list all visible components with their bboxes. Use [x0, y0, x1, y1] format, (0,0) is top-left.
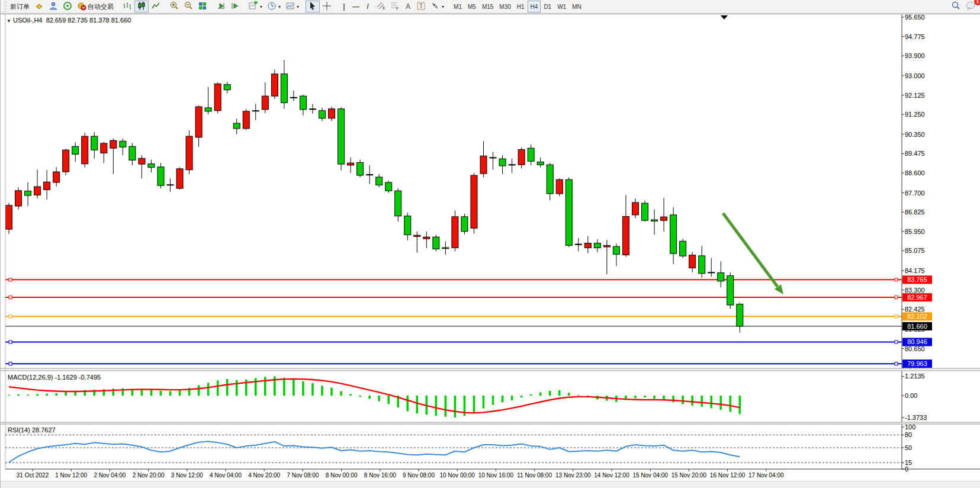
- line-handle[interactable]: [9, 341, 12, 343]
- chart-candles-button[interactable]: [134, 1, 149, 12]
- macd-histogram-bar: [27, 394, 29, 396]
- candle-body: [300, 96, 306, 110]
- candle-body: [452, 217, 458, 248]
- candle-body: [708, 272, 715, 273]
- timeframe-w1-button[interactable]: W1: [554, 1, 569, 12]
- crosshair-icon: [322, 1, 332, 12]
- candle-body: [25, 191, 31, 195]
- vertical-line-icon: |: [343, 2, 345, 11]
- candle-body: [348, 163, 354, 165]
- macd-histogram-bar: [65, 392, 67, 396]
- candle-body: [139, 158, 145, 164]
- candle-body: [34, 187, 41, 195]
- chart-dropdown-icon[interactable]: ▼: [7, 18, 11, 24]
- line-handle[interactable]: [895, 278, 898, 281]
- vertical-line-button[interactable]: |: [338, 1, 350, 12]
- candle-body: [329, 109, 335, 118]
- toolbar-grip[interactable]: [4, 1, 7, 12]
- line-handle[interactable]: [9, 315, 12, 318]
- timeframe-m5-button[interactable]: M5: [465, 1, 479, 12]
- fibonacci-button[interactable]: F: [388, 1, 402, 12]
- text-label-button[interactable]: T: [414, 1, 428, 12]
- timeframe-d1-button[interactable]: D1: [541, 1, 554, 12]
- line-handle[interactable]: [895, 362, 898, 365]
- market-watch-button[interactable]: [32, 1, 46, 12]
- macd-histogram-bar: [691, 396, 693, 406]
- chart-window: 95.65094.77593.90093.00092.12591.25090.3…: [1, 14, 980, 488]
- candle-body: [613, 246, 619, 254]
- tile-windows-button[interactable]: [195, 1, 210, 12]
- candle-body: [167, 185, 173, 185]
- timeframe-h1-button[interactable]: H1: [514, 1, 528, 12]
- timeframe-m1-button[interactable]: M1: [451, 1, 465, 12]
- person-icon: [49, 1, 58, 12]
- cursor-button[interactable]: [306, 1, 320, 12]
- macd-histogram-bar: [701, 396, 703, 407]
- trendline-button[interactable]: /: [362, 1, 374, 12]
- timeframe-h4-button[interactable]: H4: [528, 1, 541, 12]
- horizontal-line-icon: —: [352, 2, 359, 11]
- shapes-button[interactable]: ▾: [428, 1, 446, 12]
- channel-button[interactable]: E: [374, 1, 388, 12]
- horizontal-line-button[interactable]: —: [350, 1, 362, 12]
- periods-button[interactable]: ▾: [265, 1, 283, 12]
- indicators-button[interactable]: ▾: [246, 1, 265, 12]
- text-button[interactable]: A: [402, 1, 414, 12]
- crosshair-button[interactable]: [320, 1, 334, 12]
- macd-histogram-bar: [160, 391, 162, 396]
- macd-histogram-bar: [17, 394, 20, 396]
- macd-histogram-bar: [568, 393, 570, 396]
- date-axis[interactable]: [1, 469, 902, 481]
- timeframe-m15-button[interactable]: M15: [479, 1, 496, 12]
- auto-scroll-button[interactable]: [214, 1, 228, 12]
- candle-body: [727, 275, 734, 305]
- macd-histogram-bar: [264, 377, 266, 396]
- price-axis[interactable]: [902, 14, 980, 470]
- panel-separator[interactable]: [1, 368, 980, 371]
- toolbar-separator: [165, 1, 165, 12]
- macd-histogram-bar: [710, 396, 712, 408]
- macd-histogram-bar: [387, 396, 390, 404]
- new-order-label: 新订单: [10, 2, 30, 11]
- macd-histogram-bar: [406, 396, 409, 411]
- line-handle[interactable]: [9, 362, 12, 365]
- add-indicator-icon: [249, 1, 258, 12]
- line-handle[interactable]: [9, 296, 12, 299]
- macd-histogram-bar: [8, 395, 10, 396]
- templates-button[interactable]: ▾: [283, 1, 301, 12]
- candle-body: [680, 241, 686, 256]
- search-button[interactable]: [949, 1, 963, 12]
- candle-body: [148, 164, 155, 168]
- macd-histogram-bar: [150, 390, 153, 396]
- candle-body: [53, 172, 60, 182]
- chart-bars-button[interactable]: [120, 1, 134, 12]
- macd-histogram-bar: [226, 379, 229, 396]
- text-tool-icon: A: [406, 2, 411, 11]
- toolbar-separator: [303, 1, 304, 12]
- candle-body: [367, 175, 373, 175]
- signals-button[interactable]: [60, 1, 75, 12]
- line-handle[interactable]: [9, 278, 12, 281]
- chart-shift-button[interactable]: [228, 1, 242, 12]
- trendline-icon: /: [367, 2, 368, 11]
- line-handle[interactable]: [895, 341, 898, 343]
- chart-line-button[interactable]: [149, 1, 163, 12]
- zoom-in-button[interactable]: [167, 1, 181, 12]
- macd-histogram-bar: [483, 396, 485, 408]
- new-order-button[interactable]: 新订单: [8, 1, 32, 12]
- macd-histogram-bar: [416, 396, 418, 413]
- candle-body: [91, 136, 98, 150]
- timeframe-m30-button[interactable]: M30: [496, 1, 513, 12]
- candle-body: [433, 237, 439, 249]
- zoom-out-button[interactable]: [181, 1, 195, 12]
- community-button[interactable]: [46, 1, 60, 12]
- candle-body: [689, 255, 696, 268]
- line-handle[interactable]: [895, 315, 898, 318]
- candle-body: [15, 191, 22, 206]
- auto-trading-button[interactable]: 自动交易: [75, 1, 116, 12]
- chart-background: [1, 14, 980, 474]
- line-handle[interactable]: [895, 296, 898, 299]
- timeframe-mn-button[interactable]: MN: [569, 1, 584, 12]
- candle-body: [110, 140, 117, 148]
- chart-canvas[interactable]: 95.65094.77593.90093.00092.12591.25090.3…: [1, 14, 980, 488]
